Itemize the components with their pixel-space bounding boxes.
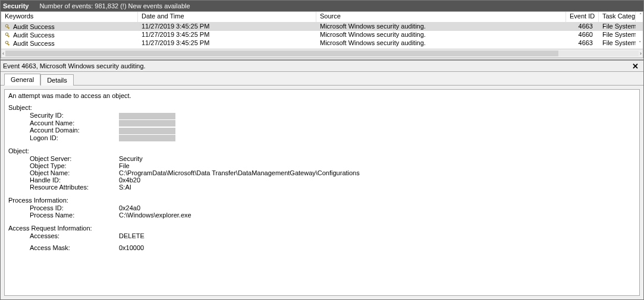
cell-event-id: 4663: [566, 39, 599, 48]
col-event-id[interactable]: Event ID: [566, 12, 599, 22]
key-icon: [5, 24, 11, 30]
scroll-down-icon[interactable]: ˅: [636, 39, 643, 48]
cell-source: Microsoft Windows security auditing.: [316, 39, 566, 48]
tab-details[interactable]: Details: [40, 74, 74, 86]
table-row[interactable]: Audit Success 11/27/2019 3:45:25 PM Micr…: [1, 23, 643, 31]
cell-source: Microsoft Windows security auditing.: [316, 23, 566, 31]
security-id-label: Security ID:: [30, 112, 119, 119]
scroll-right-icon[interactable]: ›: [640, 50, 642, 56]
process-title: Process Information:: [8, 197, 636, 204]
logon-id-label: Logon ID:: [30, 134, 119, 142]
cell-datetime: 11/27/2019 3:45:25 PM: [138, 23, 316, 31]
cell-datetime: 11/27/2019 3:45:25 PM: [138, 31, 316, 39]
accesses-value: DELETE: [119, 232, 636, 239]
object-section: Object: Object Server:Security Object Ty…: [8, 147, 636, 191]
cell-task-category: File System: [599, 39, 636, 48]
access-mask-value: 0x10000: [119, 244, 636, 251]
object-type-value: File: [119, 162, 636, 169]
accesses-label: Accesses:: [30, 232, 119, 239]
resource-attr-label: Resource Attributes:: [30, 184, 119, 191]
object-title: Object:: [8, 147, 636, 154]
cell-source: Microsoft Windows security auditing.: [316, 31, 566, 39]
col-keywords[interactable]: Keywords: [1, 12, 138, 22]
cell-task-category: File System: [599, 31, 636, 39]
table-row[interactable]: Audit Success 11/27/2019 3:45:25 PM Micr…: [1, 39, 643, 48]
process-id-value: 0x24a0: [119, 204, 636, 211]
cell-datetime: 11/27/2019 3:45:25 PM: [138, 39, 316, 48]
redacted-value: [119, 113, 175, 119]
redacted-value: [119, 120, 175, 127]
event-rows: Audit Success 11/27/2019 3:45:25 PM Micr…: [1, 23, 643, 49]
account-name-label: Account Name:: [30, 119, 119, 127]
access-title: Access Request Information:: [8, 225, 636, 232]
event-count-label: Number of events: 981,832 (!) New events…: [39, 2, 190, 10]
col-source[interactable]: Source: [316, 12, 566, 22]
scroll-up-icon[interactable]: ˄: [636, 12, 644, 22]
details-header: Event 4663, Microsoft Windows security a…: [1, 59, 643, 72]
object-server-label: Object Server:: [30, 155, 119, 162]
cell-keywords: Audit Success: [13, 23, 55, 30]
key-icon: [5, 40, 11, 47]
handle-id-label: Handle ID:: [30, 176, 119, 184]
object-name-value: C:\ProgramData\Microsoft\Data Transfer\D…: [119, 169, 636, 176]
col-task-category[interactable]: Task Category: [599, 12, 636, 22]
scroll-left-icon[interactable]: ‹: [2, 50, 4, 56]
tab-general[interactable]: General: [4, 74, 40, 86]
handle-id-value: 0x4b20: [119, 176, 636, 184]
scrollbar-track[interactable]: [5, 50, 639, 56]
table-row[interactable]: Audit Success 11/27/2019 3:45:25 PM Micr…: [1, 31, 643, 39]
horizontal-scrollbar[interactable]: ‹ ›: [1, 49, 643, 58]
event-viewer-pane: Security Number of events: 981,832 (!) N…: [0, 0, 644, 300]
cell-event-id: 4663: [566, 23, 599, 31]
close-icon[interactable]: ✕: [630, 62, 641, 71]
subject-title: Subject:: [8, 104, 636, 111]
log-name: Security: [3, 2, 29, 10]
access-section: Access Request Information: Accesses:DEL…: [8, 225, 636, 251]
access-mask-label: Access Mask:: [30, 244, 119, 251]
object-server-value: Security: [119, 155, 636, 162]
process-name-label: Process Name:: [30, 211, 119, 219]
details-body[interactable]: An attempt was made to access an object.…: [4, 89, 640, 296]
account-domain-label: Account Domain:: [30, 127, 119, 134]
log-titlebar: Security Number of events: 981,832 (!) N…: [1, 1, 643, 11]
cell-keywords: Audit Success: [13, 31, 55, 39]
cell-keywords: Audit Success: [13, 40, 55, 47]
details-body-wrap: An attempt was made to access an object.…: [1, 86, 643, 299]
event-message: An attempt was made to access an object.: [8, 92, 636, 99]
redacted-value: [119, 128, 175, 134]
details-tabs: General Details: [1, 72, 643, 86]
key-icon: [5, 32, 11, 39]
event-list[interactable]: Keywords Date and Time Source Event ID T…: [1, 11, 643, 58]
object-name-label: Object Name:: [30, 169, 119, 176]
process-section: Process Information: Process ID:0x24a0 P…: [8, 197, 636, 219]
subject-section: Subject: Security ID: Account Name: Acco…: [8, 104, 636, 141]
object-type-label: Object Type:: [30, 162, 119, 169]
column-headers[interactable]: Keywords Date and Time Source Event ID T…: [1, 12, 643, 23]
redacted-value: [119, 135, 175, 141]
process-id-label: Process ID:: [30, 204, 119, 211]
process-name-value: C:\Windows\explorer.exe: [119, 211, 636, 219]
scrollbar-thumb[interactable]: [5, 50, 558, 56]
details-title: Event 4663, Microsoft Windows security a…: [3, 62, 146, 70]
resource-attr-value: S:AI: [119, 184, 636, 191]
cell-event-id: 4660: [566, 31, 599, 39]
col-datetime[interactable]: Date and Time: [138, 12, 316, 22]
cell-task-category: File System: [599, 23, 636, 31]
